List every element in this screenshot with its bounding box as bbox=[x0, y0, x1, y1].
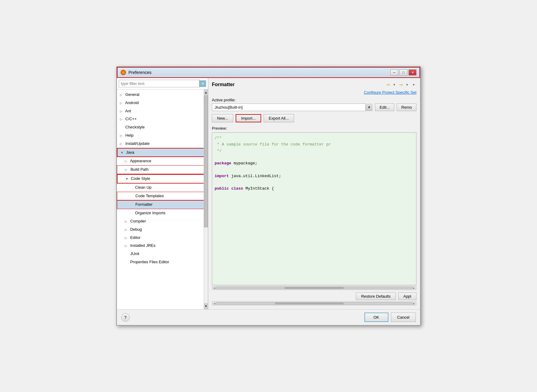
hscroll-thumb bbox=[285, 287, 343, 289]
main-hscroll-thumb bbox=[275, 303, 343, 304]
sidebar-item-label: JUnit bbox=[130, 251, 139, 256]
arrow-icon: ▷ bbox=[125, 159, 129, 164]
arrow-icon: ▷ bbox=[120, 109, 124, 114]
title-buttons: ─ □ ✕ bbox=[390, 69, 416, 75]
sidebar-item-label: Android bbox=[125, 100, 139, 105]
sidebar-item-compiler[interactable]: ▷ Compiler bbox=[117, 217, 208, 226]
sidebar-item-label: Compiler bbox=[130, 219, 146, 223]
new-button[interactable]: New... bbox=[212, 114, 233, 122]
profile-row: Jiuzhou[Built-in] ▼ Edit... Remo bbox=[212, 103, 416, 111]
main-hscroll-left-icon[interactable]: ◄ bbox=[213, 302, 216, 305]
sidebar-item-label: C/C++ bbox=[125, 117, 137, 121]
sidebar-item-ant[interactable]: ▷ Ant bbox=[117, 107, 208, 115]
edit-button[interactable]: Edit... bbox=[375, 103, 394, 111]
sidebar-item-label: Code Style bbox=[131, 176, 150, 181]
main-hscroll[interactable]: ◄ ► bbox=[212, 301, 416, 306]
sidebar-item-junit[interactable]: JUnit bbox=[117, 250, 208, 258]
back-nav-group: ⇦ ▼ bbox=[385, 82, 397, 88]
sidebar-item-label: Editor bbox=[130, 235, 141, 240]
code-line: */ bbox=[215, 148, 414, 154]
cancel-button[interactable]: Cancel bbox=[391, 313, 416, 322]
sidebar-item-general[interactable]: ▷ General bbox=[117, 91, 208, 99]
export-all-button[interactable]: Export All... bbox=[264, 114, 294, 122]
apply-button[interactable]: Appl bbox=[398, 292, 416, 300]
sidebar-item-label: Build Path bbox=[131, 167, 149, 172]
sidebar-item-cleanup[interactable]: Clean Up bbox=[117, 184, 208, 192]
preview-hscroll[interactable]: ◄ ► bbox=[212, 286, 416, 290]
code-line bbox=[215, 167, 414, 173]
right-header: Formatter ⇦ ▼ ⇨ ▼ ▼ bbox=[212, 82, 416, 88]
title-bar-left: ☉ Preferences bbox=[121, 70, 151, 75]
back-dropdown[interactable]: ▼ bbox=[391, 82, 397, 87]
sidebar-item-label: Installed JREs bbox=[130, 243, 156, 248]
arrow-icon: ▷ bbox=[120, 142, 124, 146]
sidebar-item-java[interactable]: ▼ Java bbox=[117, 148, 208, 157]
sidebar-item-label: Ant bbox=[125, 109, 131, 113]
main-hscroll-right-icon[interactable]: ► bbox=[412, 302, 416, 305]
ok-button[interactable]: OK bbox=[364, 313, 388, 322]
sidebar-item-code-style[interactable]: ▼ Code Style bbox=[117, 174, 208, 184]
sidebar-item-install-update[interactable]: ▷ Install/Update bbox=[117, 140, 208, 148]
sidebar-item-checkstyle[interactable]: Checkstyle bbox=[117, 123, 208, 131]
active-profile-label: Active profile: bbox=[212, 98, 416, 102]
sidebar-item-formatter[interactable]: Formatter bbox=[117, 200, 208, 209]
tree-scrollbar[interactable]: ▲ ▼ bbox=[204, 89, 208, 309]
sidebar-item-properties-editor[interactable]: Properties Files Editor bbox=[117, 258, 208, 266]
sidebar-item-android[interactable]: ▷ Android bbox=[117, 99, 208, 107]
panel-title: Formatter bbox=[212, 82, 235, 87]
arrow-icon bbox=[120, 125, 124, 130]
hscroll-left-icon[interactable]: ◄ bbox=[213, 286, 216, 290]
sidebar-item-label: Properties Files Editor bbox=[130, 260, 169, 264]
sidebar-item-label: Code Templates bbox=[135, 194, 164, 198]
remove-button[interactable]: Remo bbox=[397, 103, 416, 111]
sidebar-item-debug[interactable]: ▷ Debug bbox=[117, 226, 208, 234]
minimize-button[interactable]: ─ bbox=[390, 69, 398, 75]
action-row: New... Import... Export All... bbox=[212, 114, 416, 122]
tree-container: ▷ General ▷ Android ▷ Ant ▷ C/C++ bbox=[117, 89, 208, 309]
preview-area: /** * A sample source file for the code … bbox=[212, 132, 416, 285]
sidebar-item-installed-jres[interactable]: ▷ Installed JREs bbox=[117, 242, 208, 250]
window-icon: ☉ bbox=[121, 70, 126, 75]
arrow-icon bbox=[130, 185, 134, 190]
sidebar-item-build-path[interactable]: ▷ Build Path bbox=[117, 165, 208, 174]
back-button[interactable]: ⇦ bbox=[385, 82, 391, 88]
sidebar-item-label: Appearance bbox=[130, 159, 151, 163]
help-button[interactable]: ? bbox=[121, 313, 130, 322]
arrow-icon: ▷ bbox=[120, 101, 124, 106]
sidebar-item-help[interactable]: ▷ Help bbox=[117, 131, 208, 140]
arrow-icon bbox=[130, 202, 134, 207]
arrow-icon: ▷ bbox=[125, 236, 129, 240]
arrow-icon: ▷ bbox=[125, 243, 129, 248]
arrow-icon: ▷ bbox=[125, 167, 129, 172]
code-line bbox=[215, 180, 414, 186]
configure-project-link[interactable]: Configure Project Specific Set bbox=[212, 90, 416, 95]
sidebar-item-code-templates[interactable]: Code Templates bbox=[117, 192, 208, 201]
main-content: ✕ ▷ General ▷ Android ▷ Ant bbox=[117, 78, 420, 309]
sidebar-item-editor[interactable]: ▷ Editor bbox=[117, 234, 208, 242]
code-line: * A sample source file for the code form… bbox=[215, 142, 414, 148]
sidebar-item-organize-imports[interactable]: Organize Imports bbox=[117, 209, 208, 217]
forward-dropdown[interactable]: ▼ bbox=[404, 82, 410, 87]
profile-select-wrapper: Jiuzhou[Built-in] ▼ bbox=[212, 103, 373, 111]
sidebar-item-appearance[interactable]: ▷ Appearance bbox=[117, 157, 208, 165]
maximize-button[interactable]: □ bbox=[399, 69, 407, 75]
sidebar-item-cpp[interactable]: ▷ C/C++ bbox=[117, 115, 208, 123]
right-panel: Formatter ⇦ ▼ ⇨ ▼ ▼ Configure Project Sp… bbox=[208, 78, 420, 309]
hscroll-right-icon[interactable]: ► bbox=[412, 286, 416, 290]
arrow-icon: ▼ bbox=[121, 150, 125, 155]
arrow-icon bbox=[125, 252, 129, 257]
arrow-icon bbox=[130, 211, 134, 216]
search-input[interactable] bbox=[119, 80, 199, 87]
close-button[interactable]: ✕ bbox=[409, 69, 416, 75]
arrow-icon: ▼ bbox=[125, 177, 130, 181]
filter-clear-button[interactable]: ✕ bbox=[199, 80, 206, 87]
arrow-icon: ▷ bbox=[120, 117, 124, 122]
profile-select[interactable]: Jiuzhou[Built-in] bbox=[212, 103, 373, 111]
code-line: /** bbox=[215, 135, 414, 142]
forward-button[interactable]: ⇨ bbox=[398, 82, 404, 88]
import-button[interactable]: Import... bbox=[236, 114, 261, 122]
hscroll-track bbox=[216, 287, 412, 289]
restore-defaults-button[interactable]: Restore Defaults bbox=[356, 292, 396, 300]
menu-dropdown[interactable]: ▼ bbox=[411, 82, 416, 87]
code-line: public class MyIntStack { bbox=[215, 186, 414, 192]
